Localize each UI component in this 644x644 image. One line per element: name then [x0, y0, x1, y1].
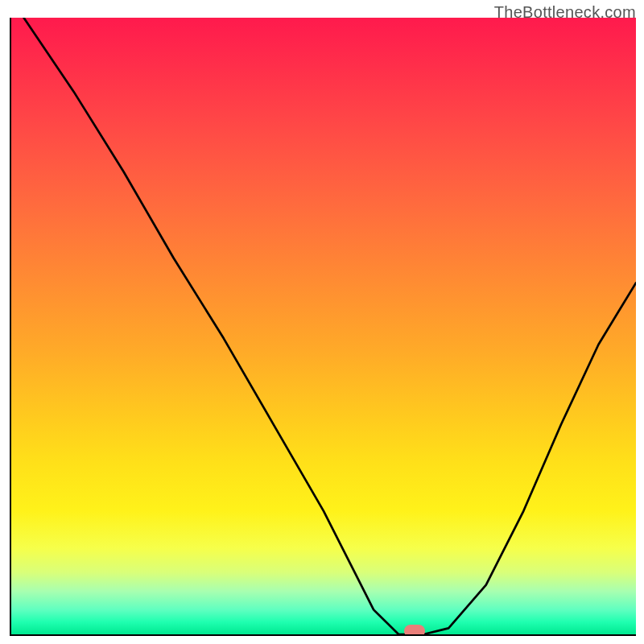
chart-svg [11, 18, 636, 634]
watermark-text: TheBottleneck.com [494, 3, 636, 22]
operating-point-marker [404, 625, 425, 636]
bottleneck-curve [24, 18, 636, 634]
plot-area [10, 18, 636, 636]
